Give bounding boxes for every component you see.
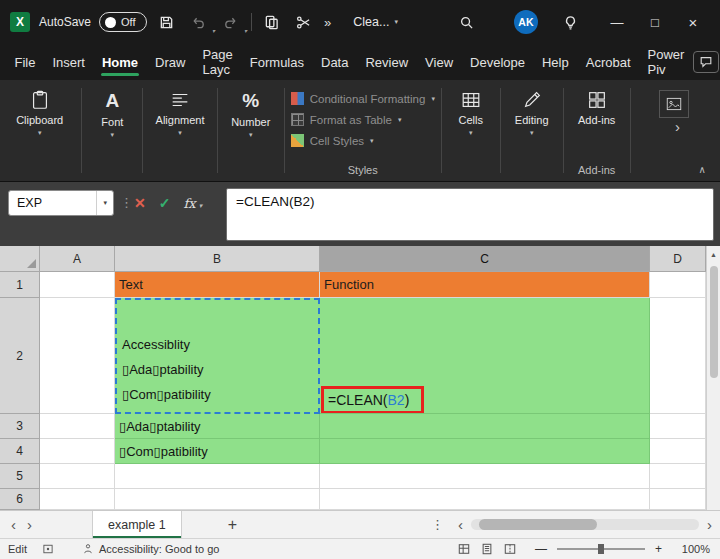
- cell-a2[interactable]: [40, 298, 115, 414]
- enter-entry-button[interactable]: ✓: [159, 195, 171, 211]
- cell-b2[interactable]: Accessiblity ▯Ada▯ptability ▯Com▯patibil…: [115, 298, 320, 414]
- cell-c6[interactable]: [320, 489, 650, 510]
- autosave-toggle[interactable]: Off: [99, 12, 147, 32]
- format-as-table-button[interactable]: Format as Table ▾: [291, 113, 402, 126]
- col-header-b[interactable]: B: [115, 246, 320, 272]
- font-button[interactable]: A Font ▾: [80, 89, 144, 139]
- search-button[interactable]: [454, 9, 480, 35]
- chevron-down-icon[interactable]: ▾: [96, 191, 113, 215]
- select-all-corner[interactable]: [0, 246, 40, 272]
- name-box[interactable]: EXP ▾: [8, 190, 114, 216]
- addins-button[interactable]: Add-ins: [565, 89, 629, 126]
- maximize-button[interactable]: □: [640, 7, 670, 37]
- vertical-scrollbar-thumb[interactable]: [710, 266, 718, 378]
- ribbon-more-chevron-icon[interactable]: ›: [675, 118, 680, 135]
- cell-a5[interactable]: [40, 464, 115, 489]
- tab-home[interactable]: Home: [93, 44, 146, 80]
- cell-b4[interactable]: ▯Com▯patibility: [115, 439, 320, 464]
- hscroll-right-icon[interactable]: ›: [707, 517, 712, 532]
- row-header-2[interactable]: 2: [0, 298, 40, 414]
- hscroll-left-icon[interactable]: ‹: [458, 517, 463, 532]
- paste-button[interactable]: [258, 9, 284, 35]
- zoom-slider-thumb[interactable]: [598, 544, 604, 554]
- cell-c5[interactable]: [320, 464, 650, 489]
- picture-button[interactable]: [659, 90, 689, 118]
- cell-a1[interactable]: [40, 272, 115, 298]
- redo-button[interactable]: ▾: [217, 9, 243, 35]
- tab-formulas[interactable]: Formulas: [241, 44, 312, 80]
- cell-c4[interactable]: [320, 439, 650, 464]
- tab-help[interactable]: Help: [533, 44, 577, 80]
- cancel-entry-button[interactable]: ✕: [134, 195, 146, 211]
- accessibility-status[interactable]: Accessibility: Good to go: [81, 542, 219, 556]
- vertical-scrollbar[interactable]: ▲: [706, 246, 720, 510]
- avatar[interactable]: AK: [514, 10, 538, 34]
- row-header-5[interactable]: 5: [0, 464, 40, 489]
- undo-button[interactable]: ▾: [185, 9, 211, 35]
- row-header-6[interactable]: 6: [0, 489, 40, 510]
- cell-b1[interactable]: Text: [115, 272, 320, 298]
- view-page-layout-button[interactable]: [480, 542, 494, 556]
- zoom-out-button[interactable]: —: [531, 542, 551, 556]
- tab-view[interactable]: View: [417, 44, 462, 80]
- cell-a3[interactable]: [40, 414, 115, 439]
- scroll-up-icon[interactable]: ▲: [710, 251, 717, 258]
- cell-styles-button[interactable]: Cell Styles ▾: [291, 134, 374, 147]
- close-button[interactable]: ×: [678, 7, 708, 37]
- row-header-4[interactable]: 4: [0, 439, 40, 464]
- view-page-break-button[interactable]: [503, 542, 517, 556]
- toolbar-overflow-icon[interactable]: »: [324, 15, 331, 30]
- tab-power-pivot[interactable]: Power Piv: [639, 44, 693, 80]
- col-header-d[interactable]: D: [650, 246, 706, 272]
- editing-button[interactable]: Editing ▾: [500, 89, 564, 137]
- sheet-tab-active[interactable]: example 1: [92, 511, 182, 538]
- cell-d6[interactable]: [650, 489, 706, 510]
- sheet-nav-left-icon[interactable]: ‹: [11, 517, 16, 532]
- cell-c2[interactable]: =CLEAN(B2): [320, 298, 650, 414]
- add-sheet-button[interactable]: +: [228, 516, 237, 534]
- tab-developer[interactable]: Develope: [462, 44, 534, 80]
- clipboard-button[interactable]: Clipboard ▾: [8, 89, 72, 137]
- cell-a6[interactable]: [40, 489, 115, 510]
- row-header-1[interactable]: 1: [0, 272, 40, 298]
- macro-record-button[interactable]: [41, 542, 55, 556]
- cell-b5[interactable]: [115, 464, 320, 489]
- comments-button[interactable]: [693, 51, 719, 73]
- tab-acrobat[interactable]: Acrobat: [577, 44, 639, 80]
- tab-file[interactable]: File: [6, 44, 44, 80]
- row-header-3[interactable]: 3: [0, 414, 40, 439]
- tab-data[interactable]: Data: [313, 44, 357, 80]
- tab-draw[interactable]: Draw: [147, 44, 194, 80]
- sheet-nav-right-icon[interactable]: ›: [27, 517, 32, 532]
- col-header-c[interactable]: C: [320, 246, 650, 272]
- horizontal-scrollbar[interactable]: [471, 519, 699, 530]
- alignment-button[interactable]: Alignment ▾: [148, 89, 212, 137]
- cut-button[interactable]: [290, 9, 316, 35]
- cell-d1[interactable]: [650, 272, 706, 298]
- zoom-level[interactable]: 100%: [672, 543, 710, 555]
- cells-button[interactable]: Cells ▾: [439, 89, 503, 137]
- formula-input[interactable]: =CLEAN(B2): [226, 188, 714, 241]
- horizontal-scrollbar-thumb[interactable]: [479, 519, 597, 530]
- tab-page-layout[interactable]: Page Layc: [194, 44, 241, 80]
- zoom-slider[interactable]: [557, 548, 645, 550]
- sheet-options-dots-icon[interactable]: ⋮: [431, 517, 444, 532]
- tab-insert[interactable]: Insert: [44, 44, 94, 80]
- cell-b6[interactable]: [115, 489, 320, 510]
- cell-d3[interactable]: [650, 414, 706, 439]
- document-title[interactable]: Clea...: [353, 15, 389, 29]
- cell-a4[interactable]: [40, 439, 115, 464]
- save-button[interactable]: [153, 9, 179, 35]
- view-normal-button[interactable]: [457, 542, 471, 556]
- insert-function-button[interactable]: fx▾: [183, 196, 202, 211]
- number-button[interactable]: % Number ▾: [219, 89, 283, 139]
- cell-c3[interactable]: [320, 414, 650, 439]
- conditional-formatting-button[interactable]: Conditional Formatting ▾: [291, 92, 435, 105]
- cell-d5[interactable]: [650, 464, 706, 489]
- col-header-a[interactable]: A: [40, 246, 115, 272]
- collapse-ribbon-icon[interactable]: ∧: [699, 164, 706, 175]
- zoom-in-button[interactable]: +: [651, 542, 666, 556]
- cell-b3[interactable]: ▯Ada▯ptability: [115, 414, 320, 439]
- cell-c1[interactable]: Function: [320, 272, 650, 298]
- cell-d4[interactable]: [650, 439, 706, 464]
